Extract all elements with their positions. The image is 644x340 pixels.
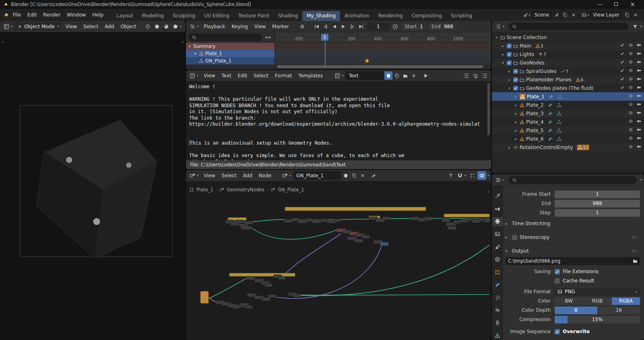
collapse-icon[interactable]: ▾ — [507, 86, 512, 90]
stereoscopy-checkbox[interactable] — [512, 235, 517, 240]
frame-step-field[interactable]: 1 — [555, 209, 640, 217]
expand-icon[interactable]: ▾ — [193, 52, 197, 56]
editor-type-button[interactable]: ▾ — [188, 171, 200, 180]
node[interactable] — [442, 218, 450, 222]
output-path-field[interactable]: C:\tmp\Sand\0966.png — [506, 257, 640, 265]
disable-render-icon[interactable] — [637, 68, 642, 73]
text-menu-format[interactable]: Format — [272, 71, 295, 80]
unlink-text-button[interactable] — [410, 71, 418, 80]
node[interactable] — [382, 217, 390, 220]
outliner-row-main[interactable]: ▸Main3 — [492, 41, 644, 50]
expand-icon[interactable]: ▸ — [514, 95, 518, 99]
expand-icon[interactable]: ▸ — [514, 129, 518, 133]
shading-rendered-button[interactable]: ▾ — [171, 22, 183, 31]
render-enable-icon[interactable] — [620, 68, 625, 73]
timeline-ruler[interactable]: -2002004006008001000 — [275, 32, 491, 43]
editor-type-button[interactable]: ▾ — [2, 22, 14, 31]
keyframe-area[interactable]: -2002004006008001000 1 — [275, 32, 491, 69]
disable-render-icon[interactable] — [637, 51, 642, 56]
overwrite-checkbox[interactable] — [555, 329, 560, 334]
disable-render-icon[interactable] — [637, 77, 642, 81]
blender-menu-button[interactable] — [2, 11, 10, 19]
maximize-button[interactable] — [614, 2, 618, 7]
filter-button[interactable] — [631, 22, 639, 31]
render-enable-icon[interactable] — [620, 60, 625, 64]
expand-icon[interactable]: ▸ — [507, 145, 512, 149]
disable-render-icon[interactable] — [637, 119, 642, 124]
disable-render-icon[interactable] — [637, 102, 642, 107]
node[interactable] — [279, 276, 286, 280]
collection-checkbox[interactable] — [507, 52, 512, 57]
hide-viewport-icon[interactable] — [628, 136, 633, 141]
disable-render-icon[interactable] — [637, 127, 642, 132]
node[interactable] — [448, 226, 456, 230]
delete-scene-button[interactable] — [570, 11, 577, 19]
hide-viewport-icon[interactable] — [628, 85, 633, 90]
sidebar-expand-icon[interactable]: ‹ — [182, 39, 184, 45]
channel-gn_plate_1[interactable]: GN_Plate_1 — [186, 57, 275, 64]
node[interactable] — [354, 239, 363, 243]
node[interactable] — [293, 294, 300, 297]
scene-browse-button[interactable]: ▾ — [523, 11, 530, 19]
hide-viewport-icon[interactable] — [628, 119, 633, 124]
viewport-menu-add[interactable]: Add — [101, 22, 117, 31]
frame-start-field[interactable]: 1 — [555, 191, 640, 198]
text-content[interactable]: Welcome !WARNING ! This particular file … — [186, 81, 491, 160]
menu-edit[interactable]: Edit — [24, 10, 40, 19]
outliner-options-caret[interactable]: ▾ — [640, 25, 642, 28]
properties-tab-world[interactable] — [492, 255, 503, 264]
viewport-menu-select[interactable]: Select — [80, 22, 101, 31]
cache-result-checkbox[interactable] — [555, 278, 560, 284]
new-scene-button[interactable] — [561, 11, 569, 19]
hide-viewport-icon[interactable] — [628, 127, 633, 132]
outliner-row-plate-5[interactable]: ▸Plate_5 — [492, 126, 644, 135]
open-folder-button[interactable] — [633, 259, 638, 263]
viewport-menu-view[interactable]: View — [62, 22, 80, 31]
hide-viewport-icon[interactable] — [628, 51, 633, 56]
properties-tab-tool[interactable] — [492, 192, 503, 201]
properties-tab-output[interactable] — [492, 217, 503, 226]
text-menu-edit[interactable]: Edit — [235, 71, 250, 80]
menu-help[interactable]: Help — [89, 10, 106, 19]
text-menu-text[interactable]: Text — [219, 71, 235, 80]
dopesheet-search-input[interactable] — [188, 33, 262, 41]
next-keyframe-button[interactable] — [348, 23, 357, 31]
snap-toggle-button[interactable]: ▾ — [456, 171, 468, 180]
node[interactable] — [236, 220, 243, 223]
text-menu-view[interactable]: View — [200, 71, 218, 80]
hide-viewport-icon[interactable] — [628, 102, 633, 107]
copy-node-tree-button[interactable] — [350, 171, 358, 180]
hide-viewport-icon[interactable] — [628, 60, 633, 64]
node-menu-node[interactable]: Node — [256, 171, 275, 180]
outliner-row-spiralguides[interactable]: ▸SpiralGuides7 — [492, 67, 644, 75]
current-frame-field[interactable]: 1 — [367, 23, 389, 31]
render-enable-icon[interactable] — [620, 85, 625, 90]
collection-checkbox[interactable] — [507, 60, 512, 65]
new-view-layer-button[interactable] — [623, 11, 631, 19]
node[interactable] — [268, 294, 276, 298]
node[interactable] — [362, 235, 370, 238]
time-stretching-panel[interactable]: ▸Time Stretching — [506, 220, 640, 228]
outliner-row-geonodes-plates-the-fluid-[interactable]: ▾GeoNodes plates (The fluid) — [492, 84, 644, 92]
outliner-row-plate-1[interactable]: ▸Plate_1 — [492, 92, 644, 101]
properties-tab-constraints[interactable] — [492, 318, 503, 327]
expand-icon[interactable]: ▸ — [514, 120, 518, 124]
breadcrumb-item[interactable]: GeometryNodes — [227, 187, 264, 193]
horizontal-scrollbar[interactable] — [277, 65, 483, 68]
scene-name-field[interactable]: Scene — [532, 11, 552, 19]
properties-options-caret[interactable]: ▾ — [640, 178, 642, 182]
outliner-row-plateholder-planes[interactable]: ▸PlateHolder Planes6 — [492, 75, 644, 84]
node[interactable] — [245, 221, 253, 224]
new-text-button[interactable] — [393, 71, 401, 80]
text-scrollbar[interactable] — [487, 83, 490, 135]
collapse-icon[interactable]: ▾ — [501, 61, 505, 65]
auto-keying-toggle[interactable] — [298, 23, 307, 31]
word-wrap-toggle[interactable] — [471, 71, 480, 80]
node-tree-name-field[interactable]: GN_Plate_1 — [293, 171, 341, 180]
render-enable-icon[interactable] — [620, 77, 625, 81]
text-browse-button[interactable]: ▾ — [333, 71, 345, 80]
collection-checkbox[interactable] — [513, 69, 518, 74]
color-option-rgba[interactable]: RGBA — [612, 297, 640, 305]
workspace-tab-animation[interactable]: Animation — [340, 11, 374, 21]
hide-viewport-icon[interactable] — [628, 68, 633, 73]
